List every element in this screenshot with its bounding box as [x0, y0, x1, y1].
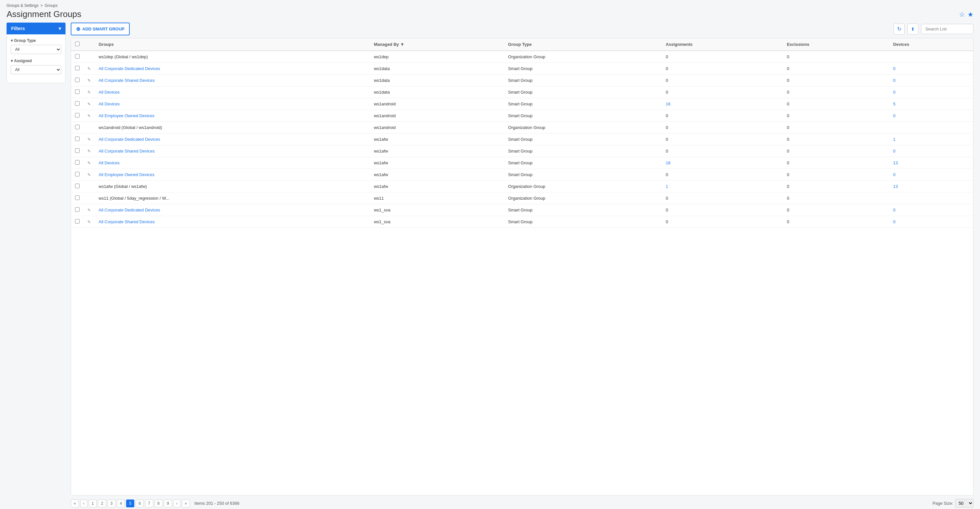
row-checkbox[interactable] — [75, 207, 80, 212]
row-checkbox[interactable] — [75, 89, 80, 94]
select-all-checkbox[interactable] — [75, 41, 80, 46]
page-4-button[interactable]: 4 — [117, 499, 125, 507]
page-size-select[interactable]: 50 25 100 — [955, 499, 974, 508]
row-checkbox[interactable] — [75, 54, 80, 59]
row-exclusions: 0 — [783, 75, 889, 86]
edit-icon[interactable]: ✎ — [88, 102, 91, 106]
search-input[interactable] — [921, 24, 974, 34]
row-checkbox[interactable] — [75, 160, 80, 165]
add-smart-group-button[interactable]: ⊕ ADD SMART GROUP — [71, 22, 130, 35]
last-page-button[interactable]: » — [182, 499, 190, 507]
row-checkbox[interactable] — [75, 136, 80, 141]
row-groups: ws1android (Global / ws1android) — [95, 122, 370, 133]
row-group-type: Smart Group — [504, 98, 662, 110]
row-checkbox[interactable] — [75, 148, 80, 153]
page-7-button[interactable]: 7 — [145, 499, 153, 507]
group-link[interactable]: All Corporate Dedicated Devices — [99, 66, 160, 71]
devices-link[interactable]: 0 — [893, 208, 896, 212]
row-assignments: 1 — [662, 181, 783, 192]
group-link[interactable]: All Corporate Dedicated Devices — [99, 208, 160, 212]
page-9-button[interactable]: 9 — [164, 499, 172, 507]
prev-page-button[interactable]: ‹ — [80, 499, 88, 507]
row-checkbox[interactable] — [75, 101, 80, 106]
devices-link[interactable]: 0 — [893, 219, 896, 224]
star-icon[interactable]: ★ — [967, 11, 974, 18]
header-managed-by[interactable]: Managed By ▼ — [370, 38, 504, 51]
page-2-button[interactable]: 2 — [98, 499, 106, 507]
row-checkbox-cell — [71, 98, 84, 110]
edit-icon[interactable]: ✎ — [88, 78, 91, 83]
page-5-button[interactable]: 5 — [126, 499, 134, 507]
header-assignments: Assignments — [662, 38, 783, 51]
row-checkbox[interactable] — [75, 195, 80, 200]
group-link[interactable]: All Devices — [99, 160, 119, 165]
edit-icon[interactable]: ✎ — [88, 114, 91, 118]
breadcrumb-parent[interactable]: Groups & Settings — [6, 3, 38, 8]
edit-icon[interactable]: ✎ — [88, 208, 91, 212]
next-page-button[interactable]: › — [173, 499, 180, 507]
assignments-link[interactable]: 1 — [666, 184, 668, 189]
row-checkbox[interactable] — [75, 113, 80, 117]
devices-link[interactable]: 0 — [893, 90, 896, 95]
group-link[interactable]: All Devices — [99, 90, 119, 95]
edit-icon[interactable]: ✎ — [88, 137, 91, 142]
row-checkbox[interactable] — [75, 184, 80, 188]
group-link[interactable]: All Devices — [99, 101, 119, 106]
devices-link[interactable]: 0 — [893, 66, 896, 71]
row-managed-by: ws1afw — [370, 133, 504, 145]
assignments-link[interactable]: 18 — [666, 160, 670, 165]
pagination: « ‹ 1 2 3 4 5 6 7 8 9 › » Items 201 - 25… — [71, 496, 974, 509]
first-page-button[interactable]: « — [71, 499, 79, 507]
group-link[interactable]: All Employee Owned Devices — [99, 113, 154, 118]
group-link[interactable]: All Corporate Shared Devices — [99, 219, 154, 224]
row-checkbox[interactable] — [75, 66, 80, 70]
export-button[interactable]: ⬆ — [907, 24, 918, 35]
page-6-button[interactable]: 6 — [135, 499, 144, 507]
table-row: ✎All Corporate Shared Devicesws1dataSmar… — [71, 75, 973, 86]
table-row: ws11 (Global / 5day_regression / W...ws1… — [71, 192, 973, 204]
row-checkbox[interactable] — [75, 125, 80, 129]
row-exclusions: 0 — [783, 63, 889, 75]
page-1-button[interactable]: 1 — [89, 499, 97, 507]
edit-icon[interactable]: ✎ — [88, 67, 91, 71]
edit-icon[interactable]: ✎ — [88, 220, 91, 224]
page-8-button[interactable]: 8 — [154, 499, 163, 507]
bookmark-icon[interactable]: ☆ — [959, 11, 965, 18]
group-link[interactable]: All Corporate Shared Devices — [99, 78, 154, 83]
edit-icon[interactable]: ✎ — [88, 173, 91, 177]
edit-icon[interactable]: ✎ — [88, 161, 91, 165]
devices-link[interactable]: 13 — [893, 184, 898, 189]
edit-icon[interactable]: ✎ — [88, 149, 91, 154]
devices-link[interactable]: 0 — [893, 172, 896, 177]
group-type-select[interactable]: All Smart Group Organization Group — [11, 45, 61, 54]
row-checkbox[interactable] — [75, 219, 80, 224]
devices-link[interactable]: 5 — [893, 101, 896, 106]
table-row: ws1android (Global / ws1android)ws1andro… — [71, 122, 973, 133]
row-exclusions: 0 — [783, 181, 889, 192]
breadcrumb: Groups & Settings > Groups — [6, 3, 974, 8]
refresh-button[interactable]: ↻ — [894, 24, 905, 35]
devices-link[interactable]: 1 — [893, 137, 896, 142]
assignments-link[interactable]: 16 — [666, 101, 670, 106]
row-group-type: Smart Group — [504, 63, 662, 75]
group-link[interactable]: All Corporate Shared Devices — [99, 149, 154, 154]
row-checkbox[interactable] — [75, 78, 80, 82]
table-row: ✎All Corporate Dedicated Devicesws1dataS… — [71, 63, 973, 75]
devices-link[interactable]: 0 — [893, 78, 896, 83]
filters-header[interactable]: Filters ▾ — [6, 22, 65, 34]
row-checkbox[interactable] — [75, 172, 80, 176]
devices-link[interactable]: 0 — [893, 113, 896, 118]
edit-icon[interactable]: ✎ — [88, 90, 91, 95]
devices-link[interactable]: 13 — [893, 160, 898, 165]
group-link[interactable]: All Employee Owned Devices — [99, 172, 154, 177]
row-devices: 0 — [889, 86, 973, 98]
group-link[interactable]: All Corporate Dedicated Devices — [99, 137, 160, 142]
chevron-group-type-icon: ▾ — [11, 38, 13, 43]
page-3-button[interactable]: 3 — [107, 499, 116, 507]
filters-label: Filters — [11, 26, 25, 31]
row-group-type: Smart Group — [504, 157, 662, 169]
devices-link[interactable]: 0 — [893, 149, 896, 154]
row-group-type: Smart Group — [504, 86, 662, 98]
assigned-select[interactable]: All Yes No — [11, 65, 61, 74]
pagination-info: Items 201 - 250 of 6366 — [194, 501, 239, 506]
